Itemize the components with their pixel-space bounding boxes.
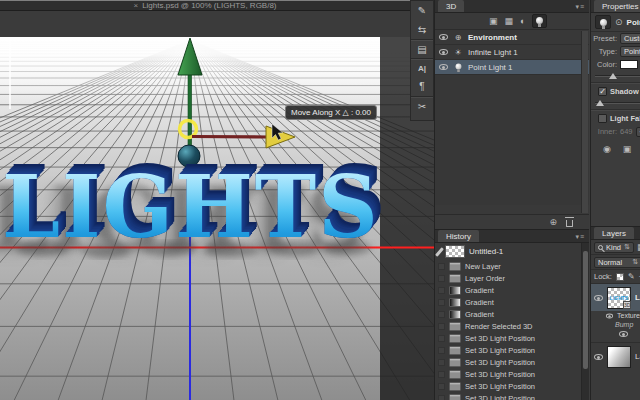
- light-color-swatch[interactable]: [620, 60, 638, 69]
- tab-properties[interactable]: Properties: [594, 0, 640, 12]
- history-scrollbar[interactable]: [581, 243, 589, 400]
- panel-menu-icon[interactable]: ▾≡: [575, 233, 585, 241]
- history-step[interactable]: Set 3D Light Position: [435, 356, 581, 368]
- texture-item-row[interactable]: [591, 329, 640, 339]
- history-source-box[interactable]: [438, 275, 445, 282]
- light-view-icon[interactable]: ▣: [623, 144, 632, 154]
- history-step[interactable]: Layer Order: [435, 272, 581, 284]
- history-source-box[interactable]: [438, 287, 445, 294]
- history-source-box[interactable]: [438, 347, 445, 354]
- history-source-box[interactable]: [438, 371, 445, 378]
- history-step[interactable]: Gradient: [435, 308, 581, 320]
- light-tools-row: ◉ ▣: [591, 144, 640, 154]
- canvas-viewport[interactable]: LIGHTS LIGHTS Move Along X △ : 0.00: [0, 11, 434, 400]
- history-source-box[interactable]: [438, 359, 445, 366]
- history-step-icon: [449, 274, 461, 283]
- visibility-eye-icon[interactable]: [594, 295, 603, 301]
- tab-layers[interactable]: Layers: [594, 227, 634, 239]
- 3d-item-label: Point Light 1: [468, 63, 512, 72]
- history-source-box[interactable]: [438, 299, 445, 306]
- layer-row-background[interactable]: Layer 1: [591, 343, 640, 370]
- paragraph-panel-icon[interactable]: ¶: [411, 77, 433, 96]
- visibility-eye-icon[interactable]: [606, 313, 613, 318]
- history-step[interactable]: Gradient: [435, 284, 581, 296]
- lock-transparency-icon[interactable]: [616, 273, 624, 281]
- layer-comps-icon[interactable]: ▤: [411, 39, 433, 58]
- brush-presets-icon[interactable]: ✎: [411, 1, 433, 20]
- 3d-filter-bar: ▣ ▦ ◐: [435, 13, 589, 30]
- history-step[interactable]: Gradient: [435, 296, 581, 308]
- visibility-eye-icon[interactable]: [594, 354, 603, 360]
- kind-filter-dropdown[interactable]: Kind ⇅: [594, 242, 634, 253]
- history-source-box[interactable]: [438, 335, 445, 342]
- visibility-eye-icon[interactable]: [439, 64, 448, 70]
- close-icon[interactable]: ×: [133, 2, 138, 10]
- history-source-box[interactable]: [438, 383, 445, 390]
- x-axis-arrow-shaft[interactable]: [192, 137, 267, 138]
- lock-paint-icon[interactable]: ✎: [628, 272, 635, 281]
- history-step[interactable]: Set 3D Light Position: [435, 332, 581, 344]
- history-source-box[interactable]: [438, 323, 445, 330]
- filter-scene-icon[interactable]: ▣: [489, 17, 498, 26]
- 3d-panel-scrollbar[interactable]: [581, 31, 588, 213]
- shadow-softness-slider[interactable]: [595, 98, 640, 107]
- filter-lights-icon[interactable]: [532, 14, 547, 28]
- slider-thumb[interactable]: [609, 73, 617, 79]
- layer-name[interactable]: LIGHTS: [635, 293, 640, 302]
- tab-3d[interactable]: 3D: [438, 0, 464, 12]
- 3d-list-empty-area: [435, 75, 589, 205]
- filter-materials-icon[interactable]: ◐: [520, 17, 525, 26]
- clone-source-icon[interactable]: ⇆: [411, 20, 433, 39]
- history-brush-icon[interactable]: [435, 247, 444, 257]
- history-step[interactable]: New Layer: [435, 260, 581, 272]
- history-step-icon: [449, 382, 461, 391]
- history-step[interactable]: Render Selected 3D: [435, 320, 581, 332]
- properties-header: ⊙ Point Light: [591, 13, 640, 32]
- textures-group-row[interactable]: Textures: [591, 311, 640, 320]
- preset-dropdown[interactable]: Custom ▾: [620, 33, 640, 44]
- y-axis-arrow-shaft[interactable]: [188, 73, 192, 153]
- color-row: Color:: [591, 58, 640, 71]
- 3d-item-environment[interactable]: ⊕ Environment: [435, 30, 589, 45]
- layer-name[interactable]: Layer 1: [635, 352, 640, 361]
- move-light-to-view-icon[interactable]: ◉: [603, 144, 611, 154]
- 3d-item-point-light[interactable]: Point Light 1: [435, 60, 589, 75]
- document-tab[interactable]: × Lights.psd @ 100% (LIGHTS, RGB/8): [0, 0, 410, 11]
- history-step[interactable]: Set 3D Light Position: [435, 368, 581, 380]
- layer-thumbnail[interactable]: [607, 346, 631, 368]
- layer-row-lights[interactable]: LIGHTS 3D LIGHTS: [591, 284, 640, 311]
- inner-dropdown-button[interactable]: ▾: [636, 127, 640, 137]
- history-step[interactable]: Set 3D Light Position: [435, 344, 581, 356]
- history-source-box[interactable]: [438, 263, 445, 270]
- character-panel-icon[interactable]: A|: [411, 58, 433, 77]
- 3d-text-lights[interactable]: LIGHTS: [2, 164, 417, 250]
- blend-mode-dropdown[interactable]: Normal ⇅: [594, 257, 640, 268]
- tool-presets-icon[interactable]: ✂: [411, 96, 433, 115]
- 3d-layer-badge: 3D: [623, 301, 631, 309]
- history-step[interactable]: Set 3D Light Position: [435, 392, 581, 400]
- visibility-eye-icon[interactable]: [439, 34, 448, 40]
- preset-row: Preset: Custom ▾: [591, 32, 640, 45]
- history-source-box[interactable]: [438, 395, 445, 400]
- trash-icon[interactable]: [566, 220, 573, 227]
- history-source-box[interactable]: [438, 311, 445, 318]
- stepper-icon: ⇅: [632, 258, 638, 266]
- point-light-icon: [453, 63, 463, 72]
- shadow-checkbox[interactable]: ✓: [598, 87, 607, 96]
- panel-menu-icon[interactable]: ▾≡: [575, 3, 585, 11]
- new-light-icon[interactable]: ⊕: [549, 217, 557, 227]
- slider-thumb[interactable]: [596, 100, 604, 106]
- visibility-eye-icon[interactable]: [619, 331, 628, 337]
- history-step[interactable]: Set 3D Light Position: [435, 380, 581, 392]
- scrollbar-thumb[interactable]: [583, 251, 588, 369]
- light-type-dropdown[interactable]: Point ▾: [620, 46, 640, 57]
- filter-meshes-icon[interactable]: ▦: [505, 17, 514, 26]
- intensity-slider[interactable]: [595, 71, 640, 80]
- tab-history[interactable]: History: [438, 230, 479, 242]
- 3d-item-infinite-light[interactable]: ☀ Infinite Light 1: [435, 45, 589, 60]
- layer-thumbnail[interactable]: LIGHTS 3D: [607, 287, 631, 309]
- light-falloff-checkbox[interactable]: [598, 114, 607, 123]
- bump-texture-row[interactable]: Bump: [591, 320, 640, 329]
- visibility-eye-icon[interactable]: [439, 49, 448, 55]
- history-snapshot[interactable]: Untitled-1: [435, 243, 581, 260]
